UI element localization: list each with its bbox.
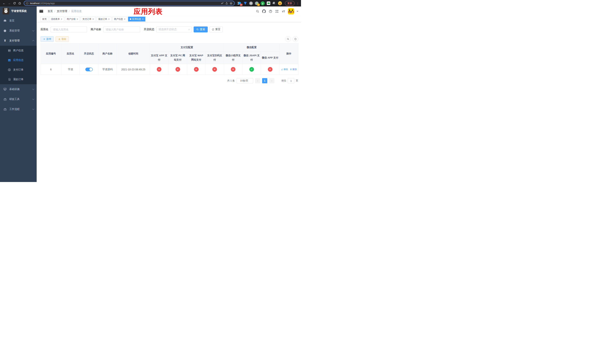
extension-gem-icon[interactable]: [243, 1, 247, 5]
sidebar-item-infrastructure[interactable]: 基础设施: [0, 84, 37, 94]
extension-y-icon[interactable]: y: [261, 1, 265, 5]
tab-home[interactable]: 首页: [41, 17, 48, 21]
page-size-select[interactable]: 10条/页: [236, 78, 253, 83]
font-size-icon[interactable]: ᴛT: [281, 9, 285, 13]
status-cross-icon: [194, 67, 199, 72]
col-header-app-name: 应用名: [61, 43, 80, 64]
merchant-name-input[interactable]: [103, 26, 140, 32]
browser-forward-icon[interactable]: →: [7, 1, 11, 6]
gear-icon: [3, 29, 7, 32]
payment-submenu: 商户信息 应用信息 支付订单: [0, 46, 37, 84]
extension-recorder-icon[interactable]: 1: [255, 1, 258, 5]
breadcrumb-payment[interactable]: 支付管理: [57, 10, 67, 13]
sidebar-item-refund-orders[interactable]: 退款订单: [0, 75, 37, 84]
table-row: 6 芋道 芋道源码 2021-10-23 08:49:25: [41, 64, 298, 75]
tab-user-group[interactable]: 用户分组✕: [65, 17, 80, 21]
next-page-button[interactable]: ›: [269, 78, 274, 83]
sidebar-item-merchant-info[interactable]: 商户信息: [0, 46, 37, 55]
toggle-search-button[interactable]: [285, 36, 291, 42]
close-icon[interactable]: ✕: [108, 18, 110, 20]
extension-chat-icon[interactable]: [267, 1, 270, 5]
status-select[interactable]: 请选择开启状态: [156, 26, 192, 32]
extensions-puzzle-icon[interactable]: [272, 1, 276, 5]
browser-reload-icon[interactable]: [12, 1, 17, 6]
chevron-down-icon: [188, 28, 190, 30]
yuan-circle-icon: [8, 68, 11, 72]
app-logo-row[interactable]: 芋道管理系统: [0, 7, 37, 16]
col-header-alipay-wap: 支付宝 WAP 网站支付: [187, 52, 205, 64]
browser-toolbar: ← → localhost:1024/pay/app: [0, 0, 301, 7]
close-icon[interactable]: ✕: [76, 18, 78, 20]
goto-page-input[interactable]: [288, 78, 294, 83]
sidebar-item-pay-orders[interactable]: 支付订单: [0, 65, 37, 75]
extension-diamond-icon[interactable]: 10: [238, 1, 241, 5]
tab-merchant-info[interactable]: 商户信息✕: [112, 17, 127, 21]
edit-link[interactable]: 修改: [281, 68, 288, 71]
close-icon[interactable]: ✕: [61, 18, 62, 20]
refresh-button[interactable]: [293, 36, 298, 42]
breadcrumb-home[interactable]: 首页: [48, 10, 53, 13]
tab-process-form[interactable]: 流程表单✕: [49, 17, 64, 21]
cell-app-name: 芋道: [61, 64, 80, 75]
close-icon[interactable]: ✕: [92, 18, 94, 20]
close-icon[interactable]: ✕: [142, 18, 144, 20]
github-icon[interactable]: [262, 9, 266, 13]
address-bar[interactable]: localhost:1024/pay/app: [24, 1, 235, 6]
fullscreen-icon[interactable]: [275, 9, 279, 13]
tab-app-info[interactable]: 应用信息✕: [128, 17, 145, 21]
group-header-alipay: 支付宝配置: [150, 43, 224, 52]
add-button[interactable]: 新增: [41, 36, 54, 42]
sidebar-item-home[interactable]: 首页: [0, 16, 37, 26]
sidebar-item-workflow[interactable]: 工作流程: [0, 104, 37, 114]
search-button[interactable]: 搜索: [194, 26, 208, 32]
delete-link[interactable]: 删除: [290, 68, 297, 71]
help-icon[interactable]: [269, 9, 272, 13]
navbar: 首页 / 支付管理 / 应用信息 应用列表 ᴛT: [37, 7, 301, 16]
col-header-status: 开启状态: [80, 43, 98, 64]
sidebar-item-system[interactable]: 系统管理: [0, 26, 37, 36]
chevron-down-icon: [32, 29, 34, 31]
app-title: 芋道管理系统: [11, 10, 27, 13]
cell-alipay-app: [150, 64, 168, 75]
cell-actions: 修改 删除: [280, 64, 298, 75]
extension-emoji-icon[interactable]: [278, 1, 282, 5]
table-toolbar: 新增 导出: [41, 36, 298, 42]
chevron-down-icon: [32, 88, 34, 90]
chevron-up-icon: [32, 40, 34, 42]
bookmark-star-icon[interactable]: [230, 2, 233, 5]
reset-button[interactable]: 重置: [210, 26, 223, 32]
app-name-input[interactable]: [51, 26, 87, 32]
sidebar-item-dev-tools[interactable]: 研发工具: [0, 94, 37, 104]
field-label-status: 开启状态: [144, 28, 154, 31]
site-info-icon[interactable]: [26, 2, 29, 5]
sidebar-collapse-icon[interactable]: [39, 10, 43, 13]
storefront-icon: [8, 49, 11, 52]
share-icon[interactable]: [225, 2, 228, 5]
user-avatar[interactable]: [288, 8, 294, 14]
prev-page-button[interactable]: ‹: [255, 78, 260, 83]
group-header-wechat: 微信配置: [224, 43, 280, 52]
browser-home-icon[interactable]: [17, 1, 22, 6]
extension-command-icon[interactable]: ⌘: [249, 1, 253, 5]
browser-update-button[interactable]: 更新: [285, 1, 294, 6]
url-text: localhost:1024/pay/app: [30, 2, 220, 5]
breadcrumb: 首页 / 支付管理 / 应用信息: [48, 10, 82, 13]
password-key-icon[interactable]: [221, 2, 224, 5]
user-menu-caret-icon[interactable]: [297, 11, 298, 13]
page-number-button[interactable]: 1: [262, 78, 267, 83]
pagination: 共 1 条 10条/页 ‹ 1 › 前往 页: [41, 78, 298, 83]
col-header-app-id: 应用编号: [41, 43, 61, 64]
sidebar-item-app-info[interactable]: 应用信息: [0, 55, 37, 65]
status-toggle[interactable]: [85, 68, 93, 71]
close-icon[interactable]: ✕: [124, 18, 126, 20]
export-button[interactable]: 导出: [55, 36, 69, 42]
browser-back-icon[interactable]: ←: [2, 1, 6, 6]
tab-pay-orders[interactable]: 支付订单✕: [81, 17, 96, 21]
annotation-title: 应用列表: [120, 7, 176, 16]
cell-app-id: 6: [41, 64, 61, 75]
search-icon[interactable]: [256, 9, 259, 13]
browser-menu-icon[interactable]: ⋮: [296, 2, 299, 5]
sidebar-item-payment[interactable]: ¥ 支付管理: [0, 36, 37, 46]
tab-refund-orders[interactable]: 退款订单✕: [97, 17, 111, 21]
cell-status: [80, 64, 98, 75]
